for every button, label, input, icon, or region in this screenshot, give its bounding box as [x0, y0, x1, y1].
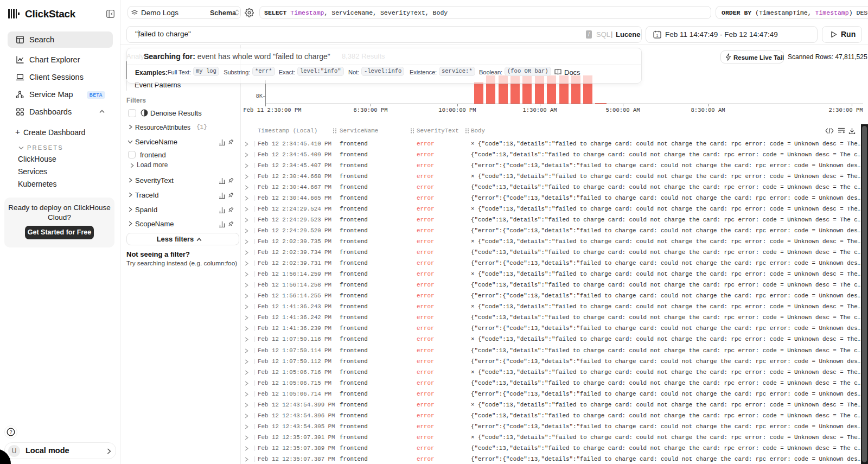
svg-text:?: ?	[9, 429, 12, 435]
svg-text:1: 1	[656, 34, 659, 37]
